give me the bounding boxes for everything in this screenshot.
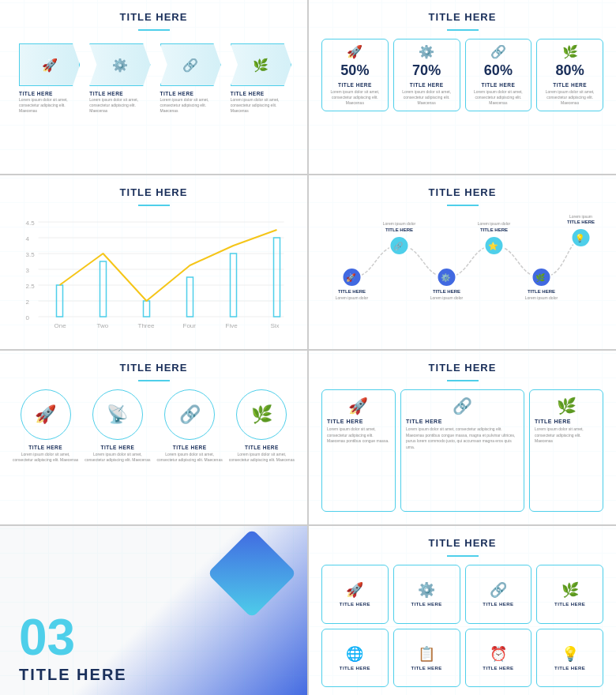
panel-info-cards: TITLE HERE 🚀 TITLE HERE Lorem ipsum dolo… (309, 351, 616, 524)
svg-text:4.5: 4.5 (26, 220, 36, 227)
arrow-text-2: Lorem ipsum dolor sit amet, consectetur … (89, 97, 150, 114)
svg-text:Lorem ipsum dolor: Lorem ipsum dolor (336, 295, 369, 300)
circle-icon-2: 📡 (107, 404, 128, 425)
icon-cell-2: ⚙️ TITLE HERE (393, 565, 460, 624)
arrow-shape-1: 🚀 (19, 43, 80, 86)
stat-icon-4: 🌿 (562, 44, 578, 59)
svg-text:TITLE HERE: TITLE HERE (338, 289, 366, 294)
card-text-3: Lorem ipsum dolor sit amet, consectetur … (535, 426, 598, 445)
stat-text-4: Lorem ipsum dolor sit amet, consectetur … (540, 89, 599, 106)
svg-text:🚀: 🚀 (346, 272, 356, 283)
stat-percent-2: 70% (412, 62, 441, 79)
stat-card-3: 🔗 60% TITLE HERE Lorem ipsum dolor sit a… (465, 39, 532, 111)
icon-cell-label-1: TITLE HERE (340, 602, 370, 607)
panel-arrow-steps: TITLE HERE 🚀 TITLE HERE Lorem ipsum dolo… (0, 0, 307, 174)
icon-cell-icon-5: 🌐 (346, 645, 363, 663)
svg-text:🌿: 🌿 (535, 272, 546, 283)
svg-text:Lorem ipsum dolor: Lorem ipsum dolor (383, 221, 416, 226)
svg-text:Lorem ipsum dolor: Lorem ipsum dolor (525, 295, 558, 300)
p4-underline (447, 205, 479, 206)
icon-cell-4: 🌿 TITLE HERE (536, 565, 603, 624)
circle-label-2: TITLE HERE (100, 445, 134, 450)
icon-cell-label-3: TITLE HERE (483, 602, 513, 607)
p1-underline (138, 29, 170, 31)
stat-card-4: 🌿 80% TITLE HERE Lorem ipsum dolor sit a… (536, 39, 603, 111)
chart-svg: 4.5 4 3.5 3 2.5 2 0 (13, 214, 295, 329)
panel-circles: TITLE HERE 🚀 TITLE HERE Lorem ipsum dolo… (0, 351, 307, 524)
nodes-icon: 🔗 (182, 58, 198, 73)
stat-icon-2: ⚙️ (419, 44, 434, 59)
svg-text:Six: Six (271, 322, 280, 329)
stat-icon-3: 🔗 (490, 44, 506, 59)
svg-text:Lorem ipsum: Lorem ipsum (569, 214, 592, 219)
icon-grid: 🚀 TITLE HERE ⚙️ TITLE HERE 🔗 TITLE HERE … (321, 565, 603, 687)
circles-row: 🚀 TITLE HERE Lorem ipsum dolor sit amet,… (13, 389, 295, 463)
panel-number-slide: 03 TITLE HERE (0, 526, 307, 695)
p8-underline (447, 555, 479, 557)
stat-text-1: Lorem ipsum dolor sit amet, consectetur … (325, 89, 385, 106)
info-card-1: 🚀 TITLE HERE Lorem ipsum dolor sit amet,… (321, 389, 396, 512)
arrow-step-3: 🔗 TITLE HERE Lorem ipsum dolor sit amet,… (154, 39, 224, 118)
svg-text:TITLE HERE: TITLE HERE (567, 220, 595, 224)
card-icon-2: 🔗 (406, 396, 519, 415)
circle-icon-3: 🔗 (179, 404, 201, 425)
svg-text:⭐: ⭐ (488, 241, 498, 251)
svg-text:Four: Four (183, 322, 197, 329)
circle-text-2: Lorem ipsum dolor sit amet, consectetur … (85, 452, 150, 463)
icon-cell-icon-2: ⚙️ (418, 581, 435, 599)
timeline-area: 🚀 ⚙️ 🌿 🔗 ⭐ 💡 TITLE HERE Lorem ipsum dolo… (321, 214, 603, 340)
circle-text-3: Lorem ipsum dolor sit amet, consectetur … (157, 452, 223, 463)
svg-text:TITLE HERE: TITLE HERE (433, 289, 460, 294)
arrows-row: 🚀 TITLE HERE Lorem ipsum dolor sit amet,… (13, 39, 295, 118)
arrow-label-3: TITLE HERE (160, 91, 194, 96)
card-text-1: Lorem ipsum dolor sit amet, consectetur … (327, 426, 390, 445)
circle-item-4: 🌿 TITLE HERE Lorem ipsum dolor sit amet,… (229, 389, 295, 463)
circle-item-1: 🚀 TITLE HERE Lorem ipsum dolor sit amet,… (13, 389, 78, 463)
p3-title: TITLE HERE (13, 186, 295, 198)
circle-item-3: 🔗 TITLE HERE Lorem ipsum dolor sit amet,… (157, 389, 223, 463)
svg-text:2: 2 (26, 299, 30, 306)
icon-cell-icon-7: ⏰ (490, 645, 507, 663)
p6-underline (447, 380, 479, 381)
arrow-shape-4: 🌿 (231, 43, 291, 86)
icon-cell-label-7: TITLE HERE (483, 666, 513, 671)
p5-title: TITLE HERE (13, 362, 295, 374)
circle-label-1: TITLE HERE (28, 445, 62, 450)
arrow-step-2: ⚙️ TITLE HERE Lorem ipsum dolor sit amet… (83, 39, 153, 118)
leaf-icon: 🌿 (253, 58, 269, 73)
arrow-label-2: TITLE HERE (89, 91, 123, 96)
arrow-shape-3: 🔗 (160, 43, 221, 86)
circle-icon-4: 🌿 (251, 404, 272, 425)
svg-text:Lorem ipsum dolor: Lorem ipsum dolor (478, 221, 511, 226)
icon-cell-label-6: TITLE HERE (411, 666, 442, 671)
card-title-3: TITLE HERE (535, 419, 598, 424)
p3-underline (138, 205, 170, 206)
svg-text:⚙️: ⚙️ (441, 272, 451, 283)
svg-text:Lorem ipsum dolor: Lorem ipsum dolor (430, 295, 464, 300)
svg-rect-19 (274, 238, 280, 317)
panel-icon-grid: TITLE HERE 🚀 TITLE HERE ⚙️ TITLE HERE 🔗 … (309, 526, 616, 695)
settings-icon: ⚙️ (112, 58, 128, 73)
p8-title: TITLE HERE (321, 537, 603, 549)
stat-text-2: Lorem ipsum dolor sit amet, consectetur … (397, 89, 456, 106)
icon-cell-1: 🚀 TITLE HERE (321, 565, 389, 624)
arrow-step-4: 🌿 TITLE HERE Lorem ipsum dolor sit amet,… (224, 39, 295, 118)
circle-shape-2: 📡 (92, 389, 143, 440)
icon-cell-6: 📋 TITLE HERE (393, 629, 460, 688)
icon-cell-icon-8: 💡 (562, 645, 579, 663)
icon-cell-3: 🔗 TITLE HERE (465, 565, 532, 624)
stat-icon-1: 🚀 (347, 44, 362, 59)
slide-number: 03 (19, 612, 288, 663)
arrow-label-4: TITLE HERE (231, 91, 265, 96)
stat-card-1: 🚀 50% TITLE HERE Lorem ipsum dolor sit a… (321, 39, 389, 111)
p2-title: TITLE HERE (321, 11, 603, 23)
svg-text:Two: Two (97, 322, 109, 329)
icon-cell-icon-1: 🚀 (346, 581, 363, 599)
arrow-label-1: TITLE HERE (19, 91, 53, 96)
icon-cell-icon-3: 🔗 (490, 581, 507, 599)
circle-text-1: Lorem ipsum dolor sit amet, consectetur … (13, 452, 78, 463)
panel-timeline: TITLE HERE 🚀 ⚙️ 🌿 🔗 ⭐ 💡 (309, 175, 616, 349)
timeline-svg: 🚀 ⚙️ 🌿 🔗 ⭐ 💡 TITLE HERE Lorem ipsum dolo… (321, 214, 603, 340)
stat-title-1: TITLE HERE (338, 82, 372, 88)
card-title-1: TITLE HERE (327, 419, 390, 424)
